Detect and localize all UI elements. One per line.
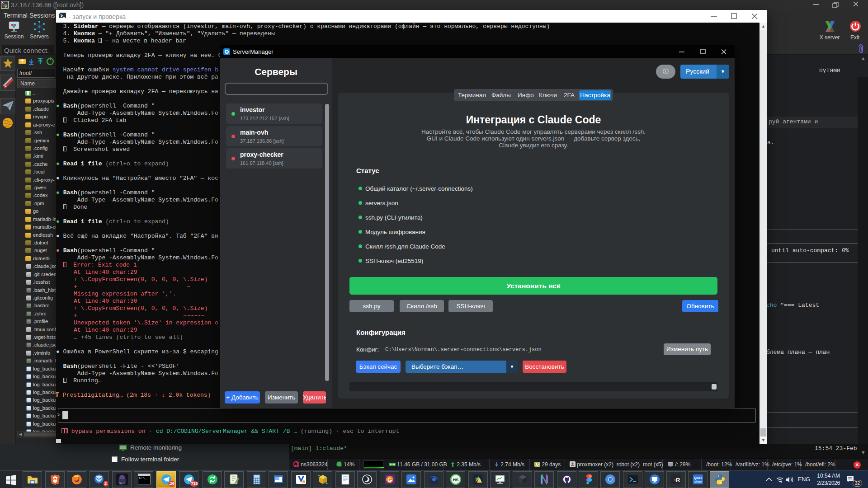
svg-text:R: R	[676, 477, 680, 483]
svg-text:utmo: utmo	[694, 480, 702, 483]
svg-text:HS: HS	[453, 478, 458, 482]
svg-text:Quick: Quick	[693, 476, 702, 480]
